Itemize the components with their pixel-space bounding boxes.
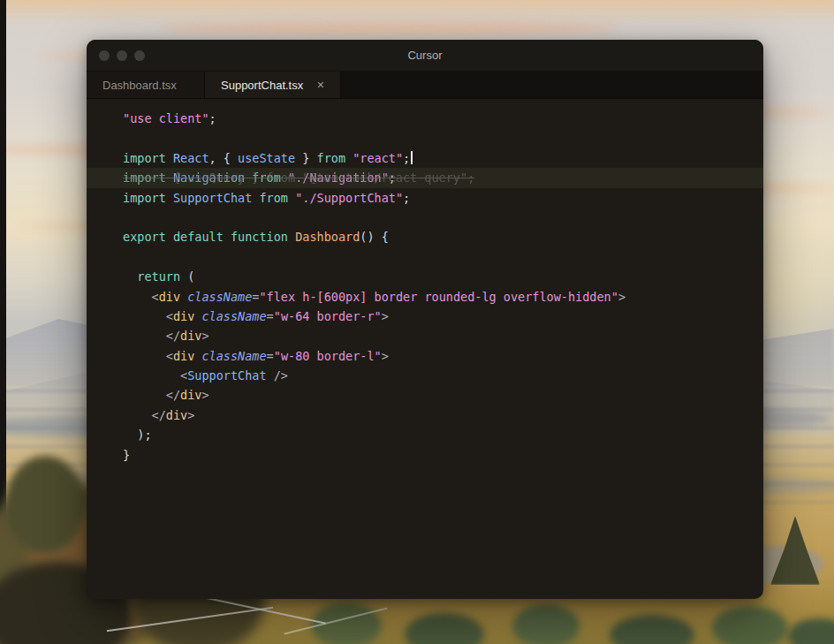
code-line: export default function Dashboard() { — [87, 227, 763, 246]
code-line: import React, { useState } from "react"; — [87, 148, 763, 168]
code-line: </div> — [87, 385, 763, 405]
code-line: <div className="flex h-[600px] border ro… — [87, 287, 763, 307]
ghost-diff-text: import { useQuery } from "@tanstack/reac… — [123, 168, 474, 187]
code-line: } — [87, 445, 763, 465]
code-line: return ( — [87, 267, 763, 286]
cloud-streak — [159, 21, 618, 35]
code-line: ); — [87, 425, 763, 444]
code-line: </div> — [87, 326, 763, 345]
tab-dashboard[interactable]: Dashboard.tsx — [87, 72, 205, 98]
code-line: </div> — [87, 405, 763, 425]
screen: Cursor Dashboard.tsx SupportChat.tsx × "… — [0, 0, 834, 644]
code-line: <div className="w-80 border-l"> — [87, 346, 763, 366]
code-line: import SupportChat from "./SupportChat"; — [87, 188, 763, 208]
tab-label: SupportChat.tsx — [221, 79, 303, 92]
code-line — [87, 128, 763, 148]
cursor-window: Cursor Dashboard.tsx SupportChat.tsx × "… — [87, 40, 763, 599]
tab-label: Dashboard.tsx — [102, 79, 177, 92]
screen-edge-strip — [0, 0, 6, 530]
tab-supportchat[interactable]: SupportChat.tsx × — [205, 72, 341, 98]
code-line — [87, 208, 763, 227]
code-line: "use client"; — [87, 109, 763, 128]
code-line: <SupportChat /> — [87, 366, 763, 385]
bush — [712, 606, 788, 644]
bush — [512, 604, 580, 644]
window-title: Cursor — [87, 49, 763, 62]
code-editor[interactable]: "use client";import React, { useState } … — [87, 99, 763, 598]
titlebar[interactable]: Cursor — [87, 40, 763, 72]
foreground-tree — [5, 456, 85, 553]
tab-bar: Dashboard.tsx SupportChat.tsx × — [87, 72, 763, 99]
code-line — [87, 247, 763, 267]
code-line: import { useQuery } from "@tanstack/reac… — [87, 168, 763, 187]
text-caret — [411, 151, 413, 164]
tab-close-icon[interactable]: × — [317, 78, 324, 92]
code-line: <div className="w-64 border-r"> — [87, 307, 763, 326]
